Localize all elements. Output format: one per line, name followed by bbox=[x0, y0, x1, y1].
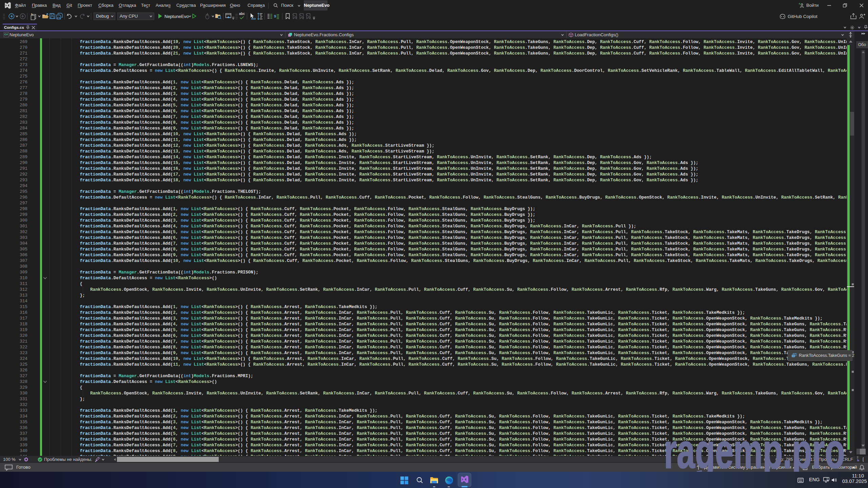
svg-text:9: 9 bbox=[274, 14, 276, 18]
